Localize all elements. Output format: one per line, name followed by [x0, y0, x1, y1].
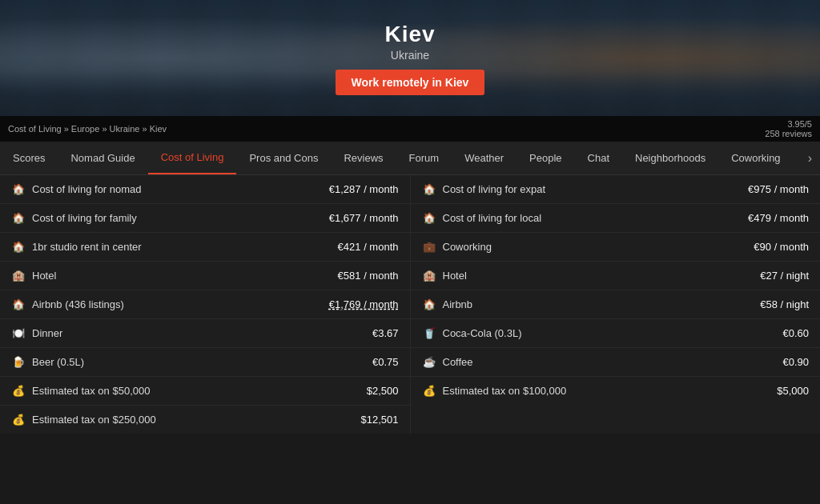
- nav-cost-of-living[interactable]: Cost of Living: [148, 142, 237, 174]
- table-row: 💰Estimated tax on $100,000$5,000: [411, 377, 821, 405]
- row-value: €479 / month: [748, 212, 809, 224]
- row-value: €0.90: [782, 356, 809, 368]
- row-label: Coworking: [443, 241, 492, 253]
- row-icon: 💰: [11, 386, 26, 397]
- table-row: 🏠Airbnb (436 listings)€1,769 / month: [0, 290, 410, 319]
- row-label: Dinner: [32, 327, 62, 339]
- row-icon: 🏠: [422, 184, 436, 195]
- row-icon: 🏠: [11, 213, 26, 224]
- breadcrumb-bar: Cost of Living » Europe » Ukraine » Kiev…: [0, 116, 820, 142]
- row-value: $5,000: [777, 385, 809, 397]
- row-value: €1,769 / month: [329, 298, 399, 310]
- row-icon: ☕: [422, 357, 436, 368]
- table-row: 🍺Beer (0.5L)€0.75: [0, 348, 410, 377]
- row-value: $12,501: [361, 414, 399, 426]
- table-row: 🏠1br studio rent in center€421 / month: [0, 233, 410, 262]
- row-label: Coffee: [443, 356, 473, 368]
- row-icon: 🥤: [422, 328, 436, 339]
- nav-scores[interactable]: Scores: [0, 142, 58, 174]
- table-row: 🏠Cost of living for family€1,677 / month: [0, 204, 410, 233]
- row-icon: 💰: [11, 414, 26, 426]
- table-row: 🏠Cost of living for expat€975 / month: [411, 175, 821, 204]
- nav-weather[interactable]: Weather: [452, 142, 517, 174]
- row-label: Cost of living for nomad: [32, 183, 142, 195]
- nav-pros-cons[interactable]: Pros and Cons: [236, 142, 331, 174]
- city-title: Kiev: [336, 22, 485, 47]
- hero-content: Kiev Ukraine Work remotely in Kiev: [336, 22, 485, 95]
- table-row: ☕Coffee€0.90: [411, 348, 821, 377]
- work-remotely-button[interactable]: Work remotely in Kiev: [336, 70, 485, 95]
- main-content: 🏠Cost of living for nomad€1,287 / month🏠…: [0, 175, 820, 434]
- row-icon: 🏠: [422, 213, 436, 224]
- row-icon: 🏨: [422, 270, 436, 282]
- table-row: 🏨Hotel€581 / month: [0, 262, 410, 290]
- rating-score: 3.95/5: [787, 119, 812, 129]
- row-value: €581 / month: [338, 270, 399, 282]
- nav-people[interactable]: People: [517, 142, 574, 174]
- review-count: 258 reviews: [765, 129, 812, 138]
- table-row: 🥤Coca-Cola (0.3L)€0.60: [411, 319, 821, 348]
- country-subtitle: Ukraine: [336, 49, 485, 62]
- row-label: Beer (0.5L): [32, 356, 84, 368]
- table-row: 🍽️Dinner€3.67: [0, 319, 410, 348]
- breadcrumb: Cost of Living » Europe » Ukraine » Kiev: [8, 124, 167, 134]
- row-value: €3.67: [372, 327, 399, 339]
- row-icon: 🏠: [422, 299, 436, 310]
- right-column: 🏠Cost of living for expat€975 / month🏠Co…: [411, 175, 821, 434]
- table-row: 💰Estimated tax on $250,000$12,501: [0, 406, 410, 434]
- row-label: Airbnb: [443, 298, 473, 310]
- row-label: Hotel: [443, 270, 467, 282]
- row-label: Cost of living for expat: [443, 183, 546, 195]
- table-row: 🏨Hotel€27 / night: [411, 262, 821, 290]
- table-row: 🏠Airbnb€58 / night: [411, 290, 821, 319]
- row-value: €90 / month: [754, 241, 809, 253]
- row-label: Estimated tax on $100,000: [443, 385, 567, 397]
- row-value: €1,287 / month: [329, 183, 399, 195]
- rating-info: 3.95/5 258 reviews: [765, 119, 812, 138]
- row-value: €0.60: [782, 327, 809, 339]
- row-label: Cost of living for local: [443, 212, 542, 224]
- hero-section: Kiev Ukraine Work remotely in Kiev: [0, 0, 820, 116]
- nav-nomad-guide[interactable]: Nomad Guide: [58, 142, 147, 174]
- row-icon: 💰: [422, 386, 436, 397]
- left-column: 🏠Cost of living for nomad€1,287 / month🏠…: [0, 175, 411, 434]
- nav-forum[interactable]: Forum: [396, 142, 452, 174]
- row-value: €27 / night: [760, 270, 809, 282]
- nav-coworking[interactable]: Coworking: [718, 142, 793, 174]
- row-value: €0.75: [372, 356, 399, 368]
- table-row: 💼Coworking€90 / month: [411, 233, 821, 262]
- row-label: Hotel: [32, 270, 56, 282]
- navigation-bar: Scores Nomad Guide Cost of Living Pros a…: [0, 142, 820, 175]
- nav-neighborhoods[interactable]: Neighborhoods: [622, 142, 718, 174]
- row-icon: 🏨: [11, 270, 26, 282]
- nav-right-arrow[interactable]: ›: [800, 151, 820, 166]
- row-icon: 🏠: [11, 242, 26, 253]
- row-icon: 🏠: [11, 184, 26, 195]
- row-label: 1br studio rent in center: [32, 241, 142, 253]
- nav-chat[interactable]: Chat: [575, 142, 622, 174]
- row-value: €421 / month: [338, 241, 399, 253]
- table-row: 🏠Cost of living for nomad€1,287 / month: [0, 175, 410, 204]
- row-icon: 🏠: [11, 299, 26, 310]
- row-label: Cost of living for family: [32, 212, 137, 224]
- row-value: €58 / night: [760, 298, 809, 310]
- row-label: Estimated tax on $250,000: [32, 414, 156, 426]
- row-icon: 🍺: [11, 357, 26, 368]
- row-icon: 💼: [422, 242, 436, 253]
- row-value: €1,677 / month: [329, 212, 399, 224]
- row-value: $2,500: [367, 385, 399, 397]
- table-row: 💰Estimated tax on $50,000$2,500: [0, 377, 410, 406]
- table-row: 🏠Cost of living for local€479 / month: [411, 204, 821, 233]
- row-label: Coca-Cola (0.3L): [443, 327, 522, 339]
- row-label: Airbnb (436 listings): [32, 298, 124, 310]
- row-icon: 🍽️: [11, 328, 26, 339]
- nav-reviews[interactable]: Reviews: [331, 142, 396, 174]
- row-label: Estimated tax on $50,000: [32, 385, 150, 397]
- row-value: €975 / month: [748, 183, 809, 195]
